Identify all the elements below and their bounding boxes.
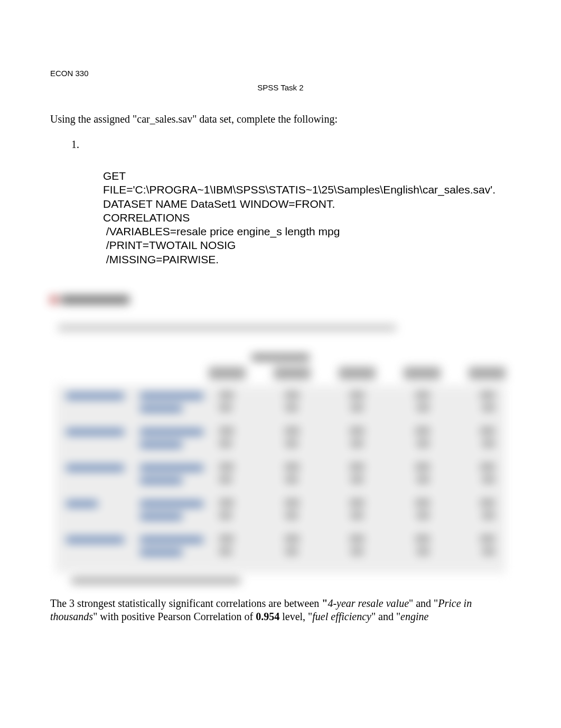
code-line: /MISSING=PAIRWISE. xyxy=(103,253,219,265)
blurred-heading-text xyxy=(61,296,129,304)
table-row xyxy=(66,499,495,529)
bold-quote: " xyxy=(322,597,328,609)
bold-value: 0.954 xyxy=(256,611,279,622)
table-row xyxy=(66,463,495,493)
italic-term: 4-year resale value xyxy=(328,597,409,609)
blurred-heading xyxy=(50,296,129,304)
code-line: FILE='C:\PROGRA~1\IBM\SPSS\STATIS~1\25\S… xyxy=(103,183,495,196)
table-row xyxy=(66,427,495,457)
text: " with positive Pearson Correlation of xyxy=(93,611,256,622)
heading-marker-icon xyxy=(50,296,58,303)
blurred-subheading xyxy=(58,325,396,331)
blurred-column-headers xyxy=(209,367,506,380)
code-line: DATASET NAME DataSet1 WINDOW=FRONT. xyxy=(103,198,335,210)
intro-text: Using the assigned "car_sales.sav" data … xyxy=(50,113,511,125)
document-title: SPSS Task 2 xyxy=(50,83,511,92)
code-line: /VARIABLES=resale price engine_s length … xyxy=(103,225,340,237)
table-row xyxy=(66,391,495,421)
list-number: 1. xyxy=(71,139,511,151)
text: " and " xyxy=(371,611,400,622)
italic-term: fuel efficiency xyxy=(312,611,371,622)
spss-syntax-block: GET FILE='C:\PROGRA~1\IBM\SPSS\STATIS~1\… xyxy=(103,169,500,266)
blurred-table-title xyxy=(251,354,310,361)
text: The 3 strongest statistically significan… xyxy=(50,597,322,609)
text: level, " xyxy=(279,611,312,622)
code-line: CORRELATIONS xyxy=(103,211,190,224)
blurred-output-region xyxy=(50,296,511,584)
table-row xyxy=(66,535,495,565)
code-line: /PRINT=TWOTAIL NOSIG xyxy=(103,239,236,251)
course-label: ECON 330 xyxy=(50,69,511,78)
text: " and " xyxy=(409,597,438,609)
italic-term: engine xyxy=(400,611,428,622)
blurred-correlation-table xyxy=(55,385,506,573)
conclusion-paragraph: The 3 strongest statistically significan… xyxy=(50,597,511,623)
blurred-footnote xyxy=(71,578,240,584)
code-line: GET xyxy=(103,170,126,182)
